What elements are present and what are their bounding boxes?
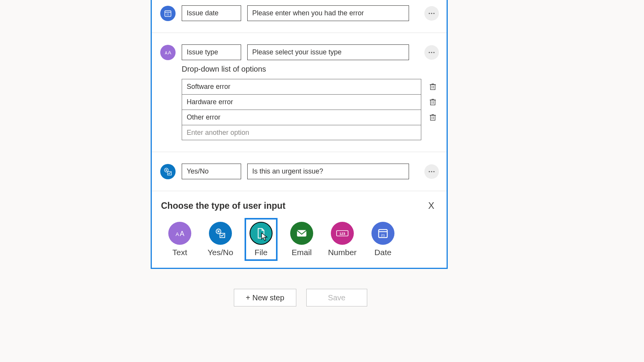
svg-point-10 <box>433 52 434 53</box>
close-type-picker-button[interactable]: X <box>425 199 437 213</box>
trash-icon <box>429 113 436 121</box>
svg-text:A: A <box>165 51 168 55</box>
svg-text:A: A <box>168 50 171 56</box>
svg-point-8 <box>429 52 430 53</box>
new-step-button[interactable]: + New step <box>234 289 296 306</box>
dropdown-label: Drop-down list of options <box>182 65 437 74</box>
type-option-date[interactable]: 21 Date <box>366 218 399 261</box>
number-icon: 123 <box>331 222 354 245</box>
type-option-email[interactable]: Email <box>285 218 318 261</box>
flow-trigger-card: 21 AA Drop-down list of options <box>151 0 448 269</box>
input-row: 21 <box>152 5 447 33</box>
svg-text:21: 21 <box>381 233 385 237</box>
ellipsis-icon <box>429 52 435 53</box>
svg-rect-16 <box>430 100 435 105</box>
calendar-icon: 21 <box>371 222 394 245</box>
file-icon <box>250 222 273 245</box>
dropdown-option-input[interactable] <box>182 110 421 125</box>
dropdown-option-row <box>182 110 437 125</box>
type-option-label: Yes/No <box>208 248 233 257</box>
input-name-field[interactable] <box>182 164 241 179</box>
type-option-file[interactable]: File <box>245 218 278 261</box>
dropdown-option-input[interactable] <box>182 79 421 94</box>
svg-point-30 <box>429 171 430 172</box>
more-options-button[interactable] <box>424 164 439 179</box>
type-options-row: AA Text Yes/No File <box>161 218 437 261</box>
input-description-field[interactable] <box>247 164 409 179</box>
trash-icon <box>429 83 436 90</box>
svg-point-5 <box>433 13 434 14</box>
svg-rect-11 <box>430 85 435 90</box>
dropdown-option-row <box>182 94 437 110</box>
svg-text:A: A <box>176 231 179 237</box>
yesno-icon <box>160 164 176 179</box>
svg-point-4 <box>431 13 432 14</box>
type-option-text[interactable]: AA Text <box>163 218 196 261</box>
input-section-yesno <box>152 152 447 191</box>
svg-point-31 <box>431 171 432 172</box>
input-name-field[interactable] <box>182 5 241 21</box>
type-option-yesno[interactable]: Yes/No <box>204 218 237 261</box>
delete-option-button[interactable] <box>428 97 437 106</box>
svg-text:123: 123 <box>339 232 345 236</box>
input-name-field[interactable] <box>182 44 241 60</box>
delete-option-button[interactable] <box>428 113 437 122</box>
input-description-field[interactable] <box>247 5 409 21</box>
ellipsis-icon <box>429 171 435 172</box>
svg-point-9 <box>431 52 432 53</box>
dropdown-option-row <box>182 125 437 140</box>
save-button[interactable]: Save <box>306 289 368 306</box>
footer-buttons: + New step Save <box>234 289 367 306</box>
svg-rect-21 <box>430 115 435 120</box>
type-option-number[interactable]: 123 Number <box>326 218 359 261</box>
email-icon <box>290 222 313 245</box>
type-option-label: Date <box>375 248 391 257</box>
svg-rect-39 <box>297 230 306 236</box>
input-section-date: 21 <box>152 0 447 33</box>
input-type-picker: Choose the type of user input X AA Text … <box>152 191 447 266</box>
trash-icon <box>429 98 436 106</box>
type-option-label: Email <box>292 248 312 257</box>
input-description-field[interactable] <box>247 44 409 60</box>
type-picker-title: Choose the type of user input <box>161 201 286 211</box>
svg-point-3 <box>429 13 430 14</box>
text-icon: AA <box>168 222 191 245</box>
yesno-icon <box>209 222 232 245</box>
text-icon: AA <box>160 45 176 60</box>
more-options-button[interactable] <box>424 6 439 21</box>
type-option-label: File <box>255 248 268 257</box>
dropdown-option-input[interactable] <box>182 94 421 110</box>
delete-option-button[interactable] <box>428 82 437 91</box>
dropdown-option-row <box>182 79 437 94</box>
calendar-icon: 21 <box>160 6 176 21</box>
input-row: AA <box>152 33 447 65</box>
type-picker-header: Choose the type of user input X <box>161 199 437 213</box>
input-row <box>152 152 447 191</box>
svg-text:21: 21 <box>166 13 169 16</box>
dropdown-option-input[interactable] <box>182 125 421 140</box>
type-option-label: Number <box>328 248 357 257</box>
input-section-text: AA Drop-down list of options <box>152 33 447 152</box>
type-option-label: Text <box>172 248 187 257</box>
svg-point-32 <box>433 171 434 172</box>
svg-text:A: A <box>180 230 184 238</box>
dropdown-options-area: Drop-down list of options <box>152 65 447 152</box>
more-options-button[interactable] <box>424 45 439 60</box>
ellipsis-icon <box>429 13 435 14</box>
